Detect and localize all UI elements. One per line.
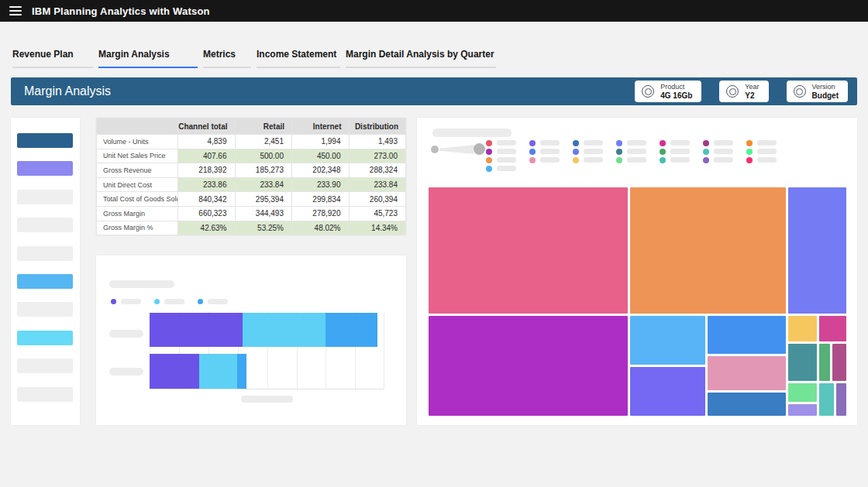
tab-revenue-plan[interactable]: Revenue Plan: [12, 49, 93, 68]
col-header-channel-total: Channel total: [178, 118, 236, 135]
tab-income-statement[interactable]: Income Statement: [257, 49, 340, 68]
legend-dot: [529, 140, 536, 146]
table-cell[interactable]: 344,493: [235, 206, 292, 221]
filter-chip-year[interactable]: YearY2: [719, 81, 768, 102]
legend-dot: [486, 166, 492, 172]
table-cell[interactable]: 660,323: [178, 206, 236, 221]
filter-chip-version[interactable]: VersionBudget: [787, 81, 848, 102]
zoom-slider-min-handle[interactable]: [431, 146, 439, 153]
legend-item: [660, 149, 703, 155]
treemap-tile[interactable]: [708, 316, 786, 354]
treemap-tile[interactable]: [630, 316, 705, 365]
table-cell[interactable]: 278,920: [292, 206, 350, 221]
sidebar-skeleton-item[interactable]: [17, 161, 73, 176]
table-cell[interactable]: 260,394: [349, 192, 406, 207]
tab-margin-analysis[interactable]: Margin Analysis: [98, 49, 198, 68]
row-label: Unit Direct Cost: [97, 177, 178, 192]
table-cell[interactable]: 450.00: [292, 149, 350, 163]
table-cell[interactable]: 48.02%: [292, 221, 350, 235]
legend-item: [616, 149, 660, 155]
row-label: Gross Margin: [97, 206, 178, 221]
table-cell[interactable]: 407.66: [178, 149, 236, 163]
table-cell[interactable]: 500.00: [235, 149, 292, 163]
target-icon: [726, 85, 739, 98]
table-cell[interactable]: 218,392: [178, 163, 236, 178]
col-header-retail: Retail: [235, 118, 292, 135]
legend-dot: [703, 157, 709, 163]
table-cell[interactable]: 53.25%: [235, 221, 292, 235]
table-cell[interactable]: 233.84: [349, 177, 406, 192]
table-cell[interactable]: 299,834: [292, 192, 350, 207]
table-cell[interactable]: 233.86: [178, 177, 236, 192]
table-cell[interactable]: 2,451: [235, 135, 292, 149]
sidebar-skeleton-item[interactable]: [17, 133, 73, 148]
sidebar-skeleton-item[interactable]: [17, 302, 73, 317]
sidebar-skeleton-item[interactable]: [17, 190, 73, 204]
table-cell[interactable]: 4,839: [178, 135, 236, 149]
tab-metrics[interactable]: Metrics: [203, 49, 251, 68]
treemap-tile[interactable]: [429, 316, 628, 416]
legend-label-placeholder: [627, 149, 646, 154]
treemap-tile[interactable]: [836, 383, 846, 416]
filter-chip-product[interactable]: Product4G 16Gb: [635, 81, 701, 102]
bar-segment[interactable]: [199, 354, 237, 389]
x-axis-label-placeholder: [241, 396, 293, 403]
sidebar-skeleton-item[interactable]: [17, 387, 73, 402]
legend-label-placeholder: [584, 140, 603, 146]
treemap-tile[interactable]: [788, 316, 817, 341]
table-cell[interactable]: 273.00: [349, 149, 406, 163]
treemap-tile[interactable]: [788, 344, 817, 381]
sidebar-skeleton-item[interactable]: [17, 246, 73, 261]
stacked-bar: [150, 354, 246, 389]
legend-label-placeholder: [540, 140, 560, 146]
table-cell[interactable]: 288,324: [349, 163, 406, 178]
treemap-tile[interactable]: [819, 316, 846, 341]
table-cell[interactable]: 233.84: [235, 177, 292, 192]
table-cell[interactable]: 14.34%: [349, 221, 406, 235]
tab-margin-detail-analysis-by-quarter[interactable]: Margin Detail Analysis by Quarter: [346, 49, 496, 68]
bar-segment[interactable]: [150, 354, 199, 389]
bar-segment[interactable]: [150, 313, 243, 347]
sidebar-skeleton-item[interactable]: [17, 331, 73, 345]
filter-chip-value: 4G 16Gb: [660, 91, 692, 100]
legend-label-placeholder: [757, 140, 777, 146]
legend-column: [616, 140, 660, 172]
treemap-tile[interactable]: [630, 367, 705, 416]
legend-label-placeholder: [670, 140, 690, 146]
table-cell[interactable]: 185,273: [235, 163, 292, 178]
treemap-tile[interactable]: [788, 383, 817, 402]
table-cell[interactable]: 45,723: [349, 206, 406, 221]
table-cell[interactable]: 1,493: [349, 135, 406, 149]
zoom-slider-track[interactable]: [439, 145, 474, 154]
treemap-tile[interactable]: [630, 187, 786, 314]
treemap-tile[interactable]: [819, 383, 834, 416]
sidebar-skeleton-item[interactable]: [17, 274, 73, 289]
sidebar-skeleton-item[interactable]: [17, 358, 73, 373]
bar-segment[interactable]: [237, 354, 246, 389]
table-cell[interactable]: 202,348: [292, 163, 350, 178]
legend-label-placeholder: [714, 157, 733, 163]
zoom-slider-max-handle[interactable]: [474, 143, 485, 155]
table-cell[interactable]: 840,342: [178, 192, 236, 207]
table-cell[interactable]: 42.63%: [178, 221, 236, 235]
treemap-tile[interactable]: [788, 187, 846, 314]
table-cell[interactable]: 1,994: [292, 135, 350, 149]
treemap-tile[interactable]: [708, 393, 786, 416]
treemap-tile[interactable]: [819, 344, 830, 381]
legend-item: [703, 157, 746, 163]
treemap-tile[interactable]: [429, 187, 628, 314]
treemap-tile[interactable]: [788, 404, 817, 416]
table-cell[interactable]: 233.90: [292, 177, 350, 192]
bar-segment[interactable]: [243, 313, 326, 347]
legend-label-placeholder: [164, 299, 184, 304]
table-cell[interactable]: 295,394: [235, 192, 292, 207]
sidebar-skeleton-item[interactable]: [17, 218, 73, 232]
bar-segment[interactable]: [326, 313, 377, 347]
hamburger-menu-icon[interactable]: [9, 6, 22, 15]
treemap-tile[interactable]: [832, 344, 846, 381]
legend-label-placeholder: [540, 149, 560, 154]
treemap-tile[interactable]: [708, 356, 786, 390]
legend-dot: [660, 149, 666, 155]
filter-chips: Product4G 16GbYearY2VersionBudget: [635, 81, 848, 102]
row-label: Gross Revenue: [97, 163, 178, 178]
